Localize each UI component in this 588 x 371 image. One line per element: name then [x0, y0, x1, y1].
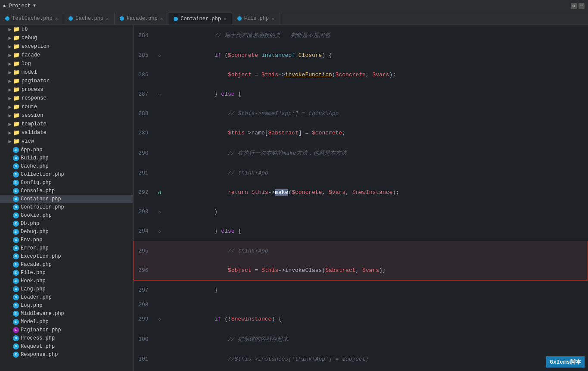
sidebar-item-exception[interactable]: ▶ 📁 exception: [0, 42, 133, 51]
tab-close-Container[interactable]: ✕: [224, 16, 227, 22]
sidebar-item-process[interactable]: ▶ 📁 process: [0, 85, 133, 94]
code-line-290: 290 // 在执行一次本类的make方法，也就是本方法: [134, 143, 588, 163]
code-line-301: 301 //$this->instances['think\App'] = $o…: [134, 349, 588, 369]
sidebar-item-Cookie[interactable]: ▶ C Cookie.php: [0, 211, 133, 219]
sidebar-item-log[interactable]: ▶ 📁 log: [0, 59, 133, 68]
code-290: // 在执行一次本类的make方法，也就是本方法: [164, 143, 588, 163]
sidebar-item-validate[interactable]: ▶ 📁 validate: [0, 128, 133, 137]
sidebar-folder-label-process: process: [22, 87, 43, 93]
code-line-294: 294 ◇ } else {: [134, 221, 588, 241]
sidebar-item-facade[interactable]: ▶ 📁 facade: [0, 51, 133, 59]
file-icon-Facade: C: [13, 262, 19, 268]
sidebar-file-label-Container: Container.php: [21, 196, 61, 202]
sidebar-item-Response[interactable]: ▶ C Response.php: [0, 350, 133, 359]
tab-File[interactable]: File.php ✕: [232, 12, 280, 25]
sidebar-item-response[interactable]: ▶ 📁 response: [0, 94, 133, 103]
sidebar-file-label-Model: Model.php: [21, 319, 49, 325]
sidebar-item-File[interactable]: ▶ C File.php: [0, 268, 133, 277]
file-icon-Cookie: C: [13, 212, 19, 218]
gutter-diamond-285: ◇: [158, 53, 161, 58]
file-icon-Container: C: [13, 196, 19, 202]
sidebar-item-Loader[interactable]: ▶ C Loader.php: [0, 293, 133, 301]
code-302: $this->instances[$abstract] = $object;: [164, 369, 588, 371]
code-293: }: [164, 202, 588, 221]
sidebar-item-Process[interactable]: ▶ C Process.php: [0, 334, 133, 342]
sidebar-file-label-Middleware: Middleware.php: [21, 311, 64, 317]
sidebar-item-Env[interactable]: ▶ C Env.php: [0, 236, 133, 244]
sidebar-item-route[interactable]: ▶ 📁 route: [0, 103, 133, 111]
tab-close-File[interactable]: ✕: [271, 16, 274, 22]
sidebar-item-Request[interactable]: ▶ C Request.php: [0, 342, 133, 350]
sidebar-file-label-Log: Log.php: [21, 302, 42, 309]
sidebar-item-Config[interactable]: ▶ C Config.php: [0, 178, 133, 187]
watermark-text: GxIcms脚本: [550, 359, 581, 365]
file-icon-Log: C: [13, 302, 19, 309]
sidebar-item-Error[interactable]: ▶ C Error.php: [0, 244, 133, 252]
minimize-btn[interactable]: —: [579, 3, 585, 9]
sidebar-item-Facade[interactable]: ▶ C Facade.php: [0, 260, 133, 268]
tab-Cache[interactable]: Cache.php ✕: [63, 12, 114, 25]
file-icon-Response: C: [13, 352, 19, 358]
sidebar-item-model[interactable]: ▶ 📁 model: [0, 68, 133, 77]
sidebar-file-label-Build: Build.php: [21, 155, 49, 161]
tab-Container[interactable]: Container.php ✕: [168, 12, 232, 25]
sidebar-item-Model[interactable]: ▶ C Model.php: [0, 318, 133, 326]
tab-label-Facade: Facade.php: [127, 16, 158, 22]
main-area: ▶ 📁 db ▶ 📁 debug ▶ 📁 exception ▶ 📁 facad…: [0, 25, 588, 371]
tab-Facade[interactable]: Facade.php ✕: [115, 12, 169, 25]
sidebar-file-label-Response: Response.php: [21, 352, 58, 358]
code-line-289: 289 $this->name[$abstract] = $concrete;: [134, 123, 588, 143]
sidebar-folder-label-session: session: [22, 112, 43, 118]
sidebar-item-Controller[interactable]: ▶ C Controller.php: [0, 203, 133, 211]
sidebar-item-Debug[interactable]: ▶ C Debug.php: [0, 228, 133, 236]
sidebar-folder-label-db: db: [22, 26, 28, 32]
sidebar-item-Build[interactable]: ▶ C Build.php: [0, 154, 133, 162]
tab-icon-Container: [174, 17, 178, 21]
tab-close-Facade[interactable]: ✕: [160, 16, 163, 22]
sidebar-item-debug[interactable]: ▶ 📁 debug: [0, 34, 133, 42]
code-291: // think\App: [164, 163, 588, 183]
sidebar-item-Middleware[interactable]: ▶ C Middleware.php: [0, 309, 133, 318]
sidebar-item-Cache[interactable]: ▶ C Cache.php: [0, 162, 133, 170]
code-line-302: 302 $this->instances[$abstract] = $objec…: [134, 369, 588, 371]
sidebar-item-Collection[interactable]: ▶ C Collection.php: [0, 170, 133, 178]
code-295: // think\App: [164, 241, 588, 261]
tab-TestCache[interactable]: TestCache.php ✕: [0, 12, 63, 25]
sidebar-folder-label-view: view: [22, 138, 34, 144]
file-icon-Cache: C: [13, 163, 19, 169]
line-num-295: 295: [134, 241, 156, 261]
file-icon-File: C: [13, 270, 19, 276]
gutter-diamond-293: ◇: [158, 210, 161, 215]
sidebar-item-Hook[interactable]: ▶ C Hook.php: [0, 277, 133, 285]
sidebar-file-label-Paginator: Paginator.php: [21, 327, 61, 333]
gutter-302: [156, 369, 164, 371]
sidebar-item-Lang[interactable]: ▶ C Lang.php: [0, 285, 133, 293]
sidebar-item-App[interactable]: ▶ C App.php: [0, 146, 133, 154]
sidebar-item-session[interactable]: ▶ 📁 session: [0, 111, 133, 120]
tab-close-Cache[interactable]: ✕: [106, 16, 109, 22]
line-num-297: 297: [134, 281, 156, 300]
sidebar-item-Paginator[interactable]: ▶ I Paginator.php: [0, 326, 133, 334]
sidebar-item-view[interactable]: ▶ 📁 view: [0, 137, 133, 146]
watermark: GxIcms脚本: [546, 356, 585, 368]
sidebar-item-paginator[interactable]: ▶ 📁 paginator: [0, 77, 133, 85]
tab-icon-Facade: [120, 16, 124, 21]
code-line-296: 296 $object = $this->invokeClass($abstra…: [134, 261, 588, 281]
sidebar-folder-label-paginator: paginator: [22, 78, 50, 84]
file-icon-Paginator: I: [13, 327, 19, 333]
settings-btn[interactable]: ⚙: [571, 3, 577, 9]
sidebar-item-Console[interactable]: ▶ C Console.php: [0, 187, 133, 195]
tab-close-TestCache[interactable]: ✕: [55, 16, 58, 22]
sidebar-item-db[interactable]: ▶ 📁 db: [0, 25, 133, 34]
code-line-291: 291 // think\App: [134, 163, 588, 183]
sidebar-item-template[interactable]: ▶ 📁 template: [0, 120, 133, 128]
file-icon-Db: C: [13, 221, 19, 227]
code-284: // 用于代表匿名函数的类 判断是不是闭包: [164, 25, 588, 46]
code-area[interactable]: 284 // 用于代表匿名函数的类 判断是不是闭包 285 ◇ if ($con…: [134, 25, 588, 371]
sidebar-item-Container[interactable]: ▶ C Container.php: [0, 195, 133, 203]
sidebar-item-Log[interactable]: ▶ C Log.php: [0, 301, 133, 309]
sidebar-file-label-Cookie: Cookie.php: [21, 212, 52, 218]
sidebar-item-Exception[interactable]: ▶ C Exception.php: [0, 252, 133, 260]
project-icon: ▶: [3, 3, 6, 9]
sidebar-item-Db[interactable]: ▶ C Db.php: [0, 219, 133, 228]
